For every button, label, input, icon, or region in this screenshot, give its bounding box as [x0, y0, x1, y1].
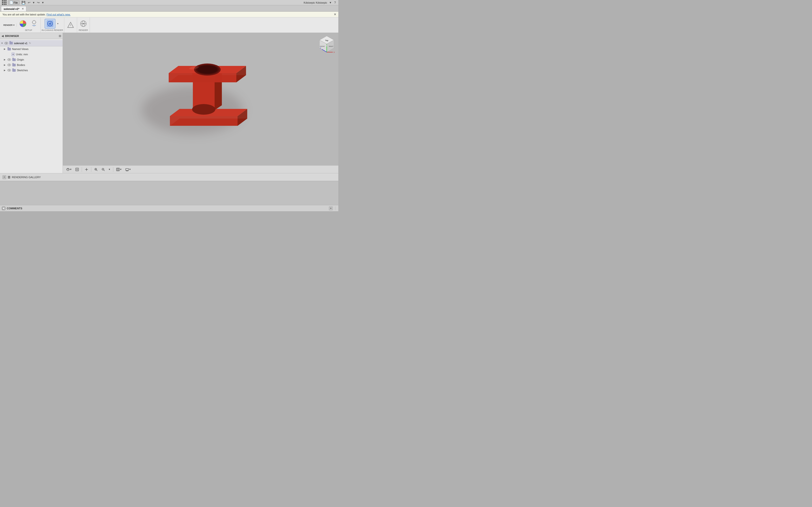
comments-expand-button[interactable]: + — [329, 207, 333, 210]
svg-rect-58 — [118, 169, 119, 169]
pan-button[interactable] — [83, 167, 90, 172]
tree-root-refresh-icon: ↻ — [29, 42, 31, 44]
in-canvas-label: IN-CANVAS RENDER — [42, 29, 63, 32]
user-name: Kdsisepic Kdsisepic — [304, 1, 327, 4]
browser-collapse-button[interactable]: ◀ — [1, 34, 4, 38]
sketches-eye-icon — [7, 68, 11, 72]
setup-label: SETUP — [25, 29, 32, 32]
svg-line-54 — [104, 170, 105, 171]
svg-rect-57 — [117, 169, 118, 169]
viewport[interactable]: Top RIGHT FRONT X Y Z ▾ — [63, 33, 338, 173]
tree-root-item[interactable]: ▼ solenoid v1 ↻ — [0, 40, 63, 46]
title-bar-right: Kdsisepic Kdsisepic ▾ ? — [304, 0, 337, 5]
main-layout: ◀ BROWSER ▤ ▼ solenoid v1 ↻ ▶ — [0, 33, 338, 173]
render-mode-label: RENDER ▾ — [1, 23, 17, 27]
display-options-button[interactable]: ▾ — [124, 167, 132, 172]
tab-bar: solenoid v1* ✕ — [0, 5, 338, 12]
browser-sidebar: ◀ BROWSER ▤ ▼ solenoid v1 ↻ ▶ — [0, 33, 63, 173]
banner-text: You are all set with the latest update. — [2, 13, 46, 16]
svg-point-47 — [77, 169, 77, 170]
svg-point-48 — [86, 169, 87, 170]
save-button[interactable]: 💾 — [21, 0, 26, 5]
tree-item-sketches[interactable]: ▶ Sketches — [0, 68, 63, 73]
svg-text:Y: Y — [326, 44, 327, 46]
display-options-icon — [125, 168, 129, 171]
render-button[interactable] — [78, 19, 89, 29]
view-options-dropdown[interactable]: ▾ — [120, 168, 121, 171]
orbit-icon — [66, 168, 69, 171]
zoom-dropdown-button[interactable]: ▾ — [107, 167, 112, 172]
undo-dropdown-button[interactable]: ▾ — [33, 0, 35, 5]
look-at-icon — [75, 168, 79, 171]
redo-button[interactable]: ↪ — [37, 0, 40, 5]
units-label: Units: mm — [16, 53, 28, 56]
view-options-button[interactable]: ▾ — [115, 167, 123, 172]
decal-icon — [67, 21, 74, 29]
rendering-gallery-label: RENDERING GALLERY — [12, 176, 41, 179]
appearance-icon — [19, 20, 27, 27]
banner-link[interactable]: Find out what's new. — [46, 13, 70, 16]
svg-text:Top: Top — [325, 40, 328, 42]
tree-root-eye-icon — [4, 41, 8, 45]
svg-text:RIGHT: RIGHT — [329, 46, 334, 47]
tree-item-origin[interactable]: ▶ Origin — [0, 57, 63, 62]
title-bar-left: 📄 File 💾 ↩ ▾ ↪ ▾ — [2, 0, 44, 5]
origin-label: Origin — [17, 58, 24, 61]
app-grid-icon[interactable] — [2, 0, 6, 5]
view-cube[interactable]: Top RIGHT FRONT X Y Z — [317, 35, 337, 54]
help-button[interactable]: ? — [334, 0, 337, 5]
orbit-button[interactable]: ▾ — [65, 167, 73, 172]
svg-rect-59 — [117, 170, 118, 170]
in-canvas-render-icon — [46, 20, 54, 27]
gallery-expand-button[interactable]: + — [2, 175, 6, 179]
look-at-button[interactable] — [74, 167, 80, 172]
origin-folder-icon — [12, 58, 16, 62]
toolbar-group-canvas-render: ▾ IN-CANVAS RENDER — [41, 17, 64, 33]
zoom-in-button[interactable] — [93, 167, 99, 172]
named-views-folder-icon — [7, 47, 11, 51]
title-bar: 📄 File 💾 ↩ ▾ ↪ ▾ Kdsisepic Kdsisepic ▾ ? — [0, 0, 338, 5]
zoom-out-button[interactable] — [100, 167, 106, 172]
in-canvas-render-button[interactable] — [45, 19, 55, 29]
scene-settings-button[interactable] — [29, 19, 39, 29]
orbit-dropdown[interactable]: ▾ — [70, 168, 71, 171]
browser-title: BROWSER — [5, 35, 19, 38]
model-3d-view — [146, 34, 266, 160]
tree-root-arrow: ▼ — [1, 42, 4, 44]
user-dropdown-button[interactable]: ▾ — [329, 0, 332, 5]
browser-search-button[interactable]: ▤ — [59, 34, 61, 38]
tree-root-label: solenoid v1 — [14, 42, 28, 45]
sketches-folder-icon — [12, 68, 16, 72]
toolbar-group-decal — [64, 17, 77, 33]
appearance-button[interactable] — [18, 19, 28, 29]
solenoid-tab[interactable]: solenoid v1* ✕ — [1, 6, 27, 11]
file-menu-button[interactable]: 📄 File — [8, 0, 19, 5]
rendering-gallery-bar: + 🖼 RENDERING GALLERY — [0, 173, 338, 181]
tab-close-button[interactable]: ✕ — [22, 7, 24, 10]
bottom-area: 💬 COMMENTS + + TEXT COMMANDS — [0, 205, 338, 211]
tree-item-named-views[interactable]: ▶ Named Views — [0, 46, 63, 52]
svg-rect-56 — [116, 168, 119, 171]
display-dropdown[interactable]: ▾ — [129, 168, 131, 171]
redo-dropdown-button[interactable]: ▾ — [42, 0, 44, 5]
pan-icon — [85, 168, 88, 171]
svg-point-43 — [67, 168, 69, 171]
bodies-eye-icon — [7, 63, 11, 67]
bodies-label: Bodies — [17, 63, 25, 66]
named-views-label: Named Views — [12, 48, 29, 50]
decal-button[interactable] — [65, 20, 76, 30]
rendering-area — [0, 181, 338, 205]
bodies-folder-icon — [12, 63, 16, 67]
scene-icon — [30, 20, 38, 27]
bodies-arrow: ▶ — [4, 64, 7, 66]
svg-point-29 — [197, 65, 217, 74]
render-dropdown-arrow[interactable]: ▾ — [13, 24, 14, 26]
comments-bar: 💬 COMMENTS + — [0, 205, 338, 211]
comments-separator — [335, 207, 336, 210]
file-icon: 📄 — [10, 1, 13, 4]
sketches-label: Sketches — [17, 69, 28, 72]
undo-button[interactable]: ↩ — [27, 0, 31, 5]
banner-close-button[interactable]: ✕ — [334, 12, 337, 16]
in-canvas-render-dropdown[interactable]: ▾ — [56, 21, 60, 26]
tree-item-bodies[interactable]: ▶ Bodies — [0, 62, 63, 68]
